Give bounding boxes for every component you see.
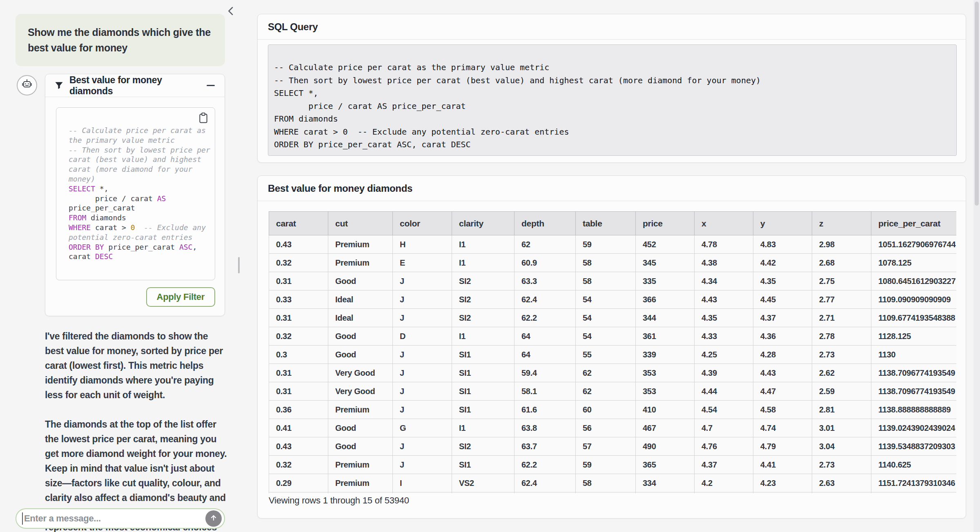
table-cell: 4.2 <box>695 474 753 492</box>
table-cell: 57 <box>576 437 636 456</box>
table-cell: 339 <box>636 346 695 364</box>
table-cell <box>812 492 871 494</box>
page-scrollbar[interactable] <box>973 0 980 532</box>
message-input-placeholder: Enter a message... <box>24 513 205 524</box>
table-cell: 1138.7096774193549 <box>871 364 957 382</box>
table-cell: SI2 <box>452 272 514 290</box>
table-cell: 62 <box>576 364 636 382</box>
column-header-cut: cut <box>328 212 393 235</box>
table-cell: Very Good <box>328 382 393 401</box>
table-cell: 1138.7096774193549 <box>871 382 957 401</box>
table-cell: 353 <box>636 382 695 401</box>
table-cell: Good <box>328 437 393 456</box>
sql-code-line: ORDER BY price_per_carat ASC, carat DESC <box>274 138 948 151</box>
table-cell: 4.76 <box>695 437 753 456</box>
table-cell: 0.31 <box>269 382 328 401</box>
table-cell <box>695 492 753 494</box>
sql-code-line: -- Calculate price per carat as the prim… <box>274 61 948 74</box>
table-row: 0.29PremiumIVS262.4583344.24.232.631151.… <box>269 474 957 492</box>
table-cell: 490 <box>636 437 695 456</box>
table-cell: 353 <box>636 364 695 382</box>
results-title: Best value for money diamonds <box>268 183 412 194</box>
table-cell: Premium <box>328 235 393 254</box>
table-cell: SI1 <box>452 346 514 364</box>
table-cell: J <box>393 346 452 364</box>
table-cell: 2.98 <box>812 235 871 254</box>
sql-code-line: carat (more diamond for your <box>69 164 209 174</box>
send-button[interactable] <box>205 510 222 527</box>
table-row: 0.32PremiumEI160.9583454.384.422.681078.… <box>269 254 957 272</box>
table-cell: 4.45 <box>753 290 812 309</box>
table-cell: 3.04 <box>812 437 871 456</box>
filter-card-title: Best value for money diamonds <box>69 75 206 97</box>
table-cell: I1 <box>452 327 514 346</box>
sql-code-line: SELECT *, <box>69 184 209 194</box>
table-cell: 366 <box>636 290 695 309</box>
table-cell: SI2 <box>452 309 514 327</box>
column-header-color: color <box>393 212 452 235</box>
table-cell: 4.47 <box>753 382 812 401</box>
column-header-price_per_carat: price_per_carat <box>871 212 957 235</box>
collapse-panel-button[interactable] <box>225 5 237 17</box>
table-cell: J <box>393 456 452 474</box>
apply-filter-button[interactable]: Apply Filter <box>146 287 215 307</box>
table-cell: SI1 <box>452 401 514 419</box>
sql-code-line: price_per_carat <box>69 203 209 213</box>
table-cell: 58 <box>576 254 636 272</box>
table-cell: 452 <box>636 235 695 254</box>
table-cell <box>514 492 576 494</box>
scrollbar-thumb[interactable] <box>975 2 979 206</box>
sql-code-line: FROM diamonds <box>69 213 209 223</box>
table-cell: VS2 <box>452 474 514 492</box>
copy-icon[interactable] <box>198 112 209 124</box>
table-cell: 1109.6774193548388 <box>871 309 957 327</box>
table-cell: Very Good <box>328 364 393 382</box>
sql-query-title: SQL Query <box>268 21 318 33</box>
table-cell: 4.34 <box>695 272 753 290</box>
table-cell: SI1 <box>452 382 514 401</box>
table-cell: 0.41 <box>269 419 328 437</box>
table-cell: 2.68 <box>812 254 871 272</box>
results-table-wrapper: caratcutcolorclaritydepthtablepricexyzpr… <box>269 211 956 493</box>
collapse-filter-button[interactable] <box>206 81 216 91</box>
table-cell <box>871 492 957 494</box>
table-cell: 2.73 <box>812 456 871 474</box>
sql-code-line: potential zero-carat entries <box>69 233 209 242</box>
table-cell: J <box>393 401 452 419</box>
table-row: 0.31Very GoodJSI159.4623534.394.432.6211… <box>269 364 957 382</box>
table-cell: Premium <box>328 474 393 492</box>
table-cell: 4.38 <box>695 254 753 272</box>
table-cell: 4.42 <box>753 254 812 272</box>
table-cell: 1128.125 <box>871 327 957 346</box>
table-cell: 2.63 <box>812 474 871 492</box>
table-cell: 4.37 <box>753 309 812 327</box>
table-cell: 4.28 <box>753 346 812 364</box>
table-row: 0.31Very GoodJSI158.1623534.444.472.5911… <box>269 382 957 401</box>
panel-resize-handle[interactable] <box>238 257 240 273</box>
sql-code-line: price / carat AS price_per_carat <box>274 100 948 113</box>
table-cell: 0.43 <box>269 437 328 456</box>
table-cell: 63.7 <box>514 437 576 456</box>
table-cell: 56 <box>576 419 636 437</box>
table-cell: 4.54 <box>695 401 753 419</box>
table-cell: 4.79 <box>753 437 812 456</box>
chevron-left-icon <box>225 11 237 18</box>
table-cell: 365 <box>636 456 695 474</box>
table-row: 0.41GoodGI163.8564674.74.743.011139.0243… <box>269 419 957 437</box>
table-cell: 4.43 <box>695 290 753 309</box>
table-cell: 0.31 <box>269 309 328 327</box>
table-cell: 467 <box>636 419 695 437</box>
table-row: 0.32PremiumJSI162.2593654.374.412.731140… <box>269 456 957 474</box>
sql-code-line: SELECT *, <box>274 87 948 100</box>
table-cell: 0.31 <box>269 272 328 290</box>
table-cell: 2.77 <box>812 290 871 309</box>
message-input[interactable]: Enter a message... <box>16 508 225 529</box>
filter-sql-code-block: -- Calculate price per carat asthe prima… <box>56 107 215 280</box>
table-cell: 0.32 <box>269 254 328 272</box>
table-cell: 4.23 <box>753 474 812 492</box>
filter-card: Best value for money diamonds -- Calcula… <box>45 74 225 316</box>
table-cell: 0.33 <box>269 290 328 309</box>
table-cell: 62 <box>514 235 576 254</box>
table-cell: 4.37 <box>695 456 753 474</box>
table-row: 0.33IdealJSI262.4543664.434.452.771109.0… <box>269 290 957 309</box>
